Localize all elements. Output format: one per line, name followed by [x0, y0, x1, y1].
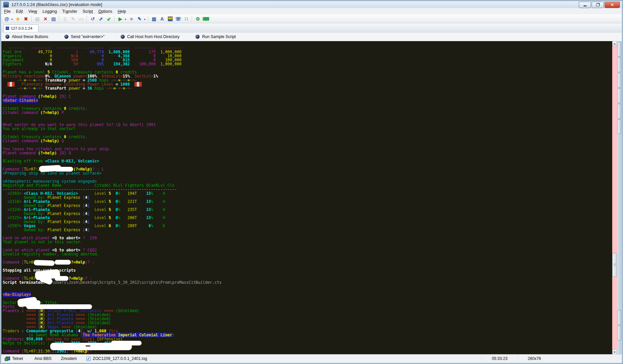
terminal-line: Sector : n Titus. — [3, 301, 614, 305]
session-profile-icon[interactable]: ▥ — [150, 15, 158, 22]
upload-icon[interactable]: ⇗ — [97, 15, 105, 22]
arrow-up-icon — [614, 43, 616, 44]
session-tab[interactable]: 127.0.0.1:24 — [3, 24, 38, 32]
side-strip-button[interactable] — [617, 73, 621, 88]
run-script-icon-dropdown[interactable]: ▼ — [124, 18, 127, 21]
toolbar-separator — [192, 16, 192, 22]
menu-logging[interactable]: Logging — [40, 8, 60, 14]
modem-settings-icon[interactable]: ☏ — [174, 15, 182, 22]
menu-edit[interactable]: Edit — [13, 8, 26, 14]
vertical-scrollbar[interactable] — [612, 41, 617, 355]
side-strip-button[interactable] — [617, 310, 621, 325]
app-icon — [3, 2, 9, 7]
address-book-icon[interactable]: @ — [3, 15, 11, 22]
title-bar[interactable]: 127.0.0.1:24 (BlackGlass.zoc) [evaluatio… — [1, 1, 622, 8]
quick-button-1[interactable]: About these Buttons — [5, 34, 48, 39]
close-icon: ✕ — [611, 3, 614, 7]
redaction-blob — [50, 343, 132, 350]
toolbar-separator — [87, 16, 87, 22]
quick-button-2[interactable]: Send "exit<enter>" — [64, 34, 105, 39]
stop-script-icon[interactable]: ■ — [127, 15, 136, 22]
terminal-line: Fighters N/A 50 995 194,302 100,000 1,00… — [3, 62, 614, 66]
side-strip-button[interactable] — [617, 88, 621, 103]
quick-button-icon — [5, 35, 9, 39]
print-icon[interactable]: ▭ — [77, 15, 85, 22]
terminal-screen[interactable]: -------- --------- --------- --------- -… — [1, 41, 614, 355]
toolbar-separator — [148, 16, 149, 22]
status-terminal-size: 260x76 — [517, 355, 551, 362]
terminal-line: Citadel command (?=help) Q — [3, 139, 614, 143]
terminal-line — [3, 131, 614, 135]
side-strip-button[interactable] — [617, 57, 621, 72]
restore-session-icon[interactable]: ▤ — [33, 15, 41, 22]
status-clock: 05:33:23 — [481, 355, 517, 362]
toolbar-separator — [31, 16, 32, 22]
log-checkbox[interactable]: ✓ — [86, 357, 91, 361]
telnet-icon — [5, 357, 10, 361]
download-icon[interactable]: ⇙ — [105, 15, 113, 22]
side-strip-button[interactable] — [617, 119, 621, 134]
restore-button[interactable] — [592, 2, 604, 8]
run-script-icon[interactable]: ▶ — [116, 15, 124, 22]
close-connection-icon[interactable]: ✖ — [22, 15, 30, 22]
side-strip-button[interactable] — [617, 42, 621, 57]
terminal-line: Script terminated: C:\Users\Josh\Desktop… — [3, 280, 614, 284]
tools-icon[interactable]: ⚙ — [194, 15, 202, 22]
status-item-zoc1209-127-0-0-1-2401-log[interactable]: ✓ZOC1209_127.0.0.1_2401.log — [86, 356, 147, 361]
undo-icon[interactable]: ↺ — [89, 15, 97, 22]
terminal-line: <2325> Ari-Planeta Level 5 0% 206T 15% H — [3, 216, 614, 220]
terminal-line: <Enter Citadel> — [3, 98, 614, 102]
status-item-zmodem: Zmodem — [61, 356, 77, 361]
terminal-line: Citadel command (?=help) P — [3, 111, 614, 115]
address-book-icon-dropdown[interactable]: ▼ — [11, 18, 13, 21]
terminal-line: Command [TL=07:21:48]: ?=Help)? : — [3, 260, 614, 264]
terminal-line: Citadel treasury contains 0 credits. — [3, 135, 614, 139]
redaction-blob — [34, 260, 55, 266]
terminal-line — [3, 284, 614, 289]
misc-options-icon[interactable]: ∷ — [182, 15, 190, 22]
terminal-line: <2303> <Class H-KEJ, Volcanic> Level 5 0… — [3, 191, 614, 195]
quick-button-4[interactable]: Run Sample Script — [196, 34, 236, 39]
menu-file[interactable]: File — [1, 8, 13, 14]
tab-bar: 127.0.0.1:24 — [1, 23, 622, 32]
edit-script-icon-dropdown[interactable]: ▼ — [144, 18, 146, 21]
menu-options[interactable]: Options — [96, 8, 115, 14]
font-settings-icon[interactable]: A — [158, 15, 166, 22]
keymap-icon[interactable]: ⌨ — [202, 15, 210, 22]
side-strip-button[interactable] — [617, 104, 621, 119]
paste-icon[interactable]: ▯ — [61, 15, 69, 22]
restore-icon — [596, 3, 599, 6]
menu-transfer[interactable]: Transfer — [60, 8, 80, 14]
redaction-blob — [86, 345, 90, 346]
scroll-up-button[interactable] — [612, 41, 617, 46]
side-strip-button[interactable] — [617, 326, 621, 340]
terminal-line: You are already in that sector! — [3, 127, 614, 131]
menu-script[interactable]: Script — [80, 8, 96, 14]
terminal-line — [3, 102, 614, 107]
zoc-terminal-window: 127.0.0.1:24 (BlackGlass.zoc) [evaluatio… — [0, 0, 623, 364]
quick-button-3[interactable]: Call Host from Host Directory — [121, 34, 179, 39]
menu-bar: FileEditViewLoggingTransferScriptOptions… — [1, 8, 622, 15]
terminal-line: Planet command (?=help) [D] Q — [3, 151, 614, 155]
color-settings-icon[interactable] — [166, 15, 174, 22]
session-tab-icon — [6, 27, 9, 30]
terminal-line: Blasting off from <Class H-KEJ, Volcanic… — [3, 159, 614, 163]
quick-connection-icon[interactable]: ★ — [14, 15, 22, 22]
menu-help[interactable]: Help — [115, 8, 129, 14]
terminal-line: <2597> Vegas Level 6 0% 289T 6% K — [3, 224, 614, 228]
delete-session-icon[interactable]: ✕ — [41, 15, 50, 22]
quick-button-bar: About these ButtonsSend "exit<enter>"Cal… — [1, 32, 622, 41]
session-log-icon[interactable]: ▤ — [50, 15, 58, 22]
toolbar-separator — [114, 16, 115, 22]
menu-view[interactable]: View — [26, 8, 40, 14]
terminal-line: Citadel treasury contains 0 credits. — [3, 107, 614, 111]
minimize-button[interactable] — [579, 2, 591, 8]
session-tab-label: 127.0.0.1:24 — [11, 26, 32, 30]
edit-icon[interactable]: ✎ — [69, 15, 77, 22]
terminal-line: Invalid registry number, landing aborted… — [3, 252, 614, 256]
scroll-down-button[interactable] — [612, 350, 617, 355]
edit-script-icon[interactable]: ✎ — [136, 15, 144, 22]
close-button[interactable]: ✕ — [604, 2, 620, 8]
terminal-line: <2318> Ari Planeta Level 5 0% 221T 15% H — [3, 200, 614, 204]
scrollbar-thumb[interactable] — [612, 253, 617, 277]
